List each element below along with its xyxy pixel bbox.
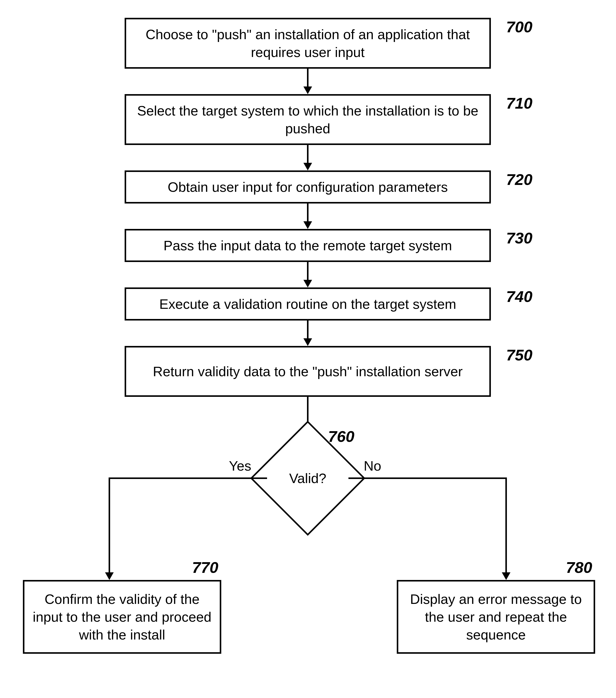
branch-yes-label: Yes [229,458,251,474]
step-740-box: Execute a validation routine on the targ… [125,288,491,321]
step-700-box: Choose to "push" an installation of an a… [125,18,491,69]
step-750-ref: 750 [506,346,532,364]
step-720-text: Obtain user input for configuration para… [168,178,448,196]
step-740-text: Execute a validation routine on the targ… [159,295,456,313]
step-740-ref: 740 [506,288,532,306]
decision-760-ref: 760 [328,427,354,445]
step-710-box: Select the target system to which the in… [125,94,491,145]
flowchart-canvas: Choose to "push" an installation of an a… [0,0,616,698]
svg-marker-7 [304,280,312,288]
svg-marker-1 [304,86,312,94]
decision-760: Valid? [267,437,348,519]
arrow-700-710 [307,69,309,94]
svg-marker-3 [304,163,312,170]
arrow-740-750 [307,321,309,346]
step-750-box: Return validity data to the "push" insta… [125,346,491,397]
step-710-text: Select the target system to which the in… [131,102,484,137]
step-770-text: Confirm the validity of the input to the… [29,590,215,644]
step-730-box: Pass the input data to the remote target… [125,229,491,262]
branch-no-label: No [364,458,381,474]
step-700-text: Choose to "push" an installation of an a… [131,25,484,61]
step-770-box: Confirm the validity of the input to the… [23,580,221,654]
step-780-ref: 780 [566,558,592,576]
arrow-730-740 [307,262,309,288]
step-780-text: Display an error message to the user and… [403,590,589,644]
step-750-text: Return validity data to the "push" insta… [153,362,463,380]
arrow-720-730 [307,204,309,229]
svg-marker-9 [304,338,312,346]
svg-marker-12 [105,572,114,580]
step-780-box: Display an error message to the user and… [397,580,595,654]
arrow-710-720 [307,145,309,170]
step-720-box: Obtain user input for configuration para… [125,170,491,204]
svg-marker-5 [304,221,312,229]
step-770-ref: 770 [192,558,218,576]
step-720-ref: 720 [506,170,532,189]
step-730-text: Pass the input data to the remote target… [164,237,452,254]
step-710-ref: 710 [506,94,532,112]
step-730-ref: 730 [506,229,532,247]
step-700-ref: 700 [506,18,532,36]
svg-marker-13 [502,572,510,580]
decision-760-text: Valid? [289,470,326,486]
